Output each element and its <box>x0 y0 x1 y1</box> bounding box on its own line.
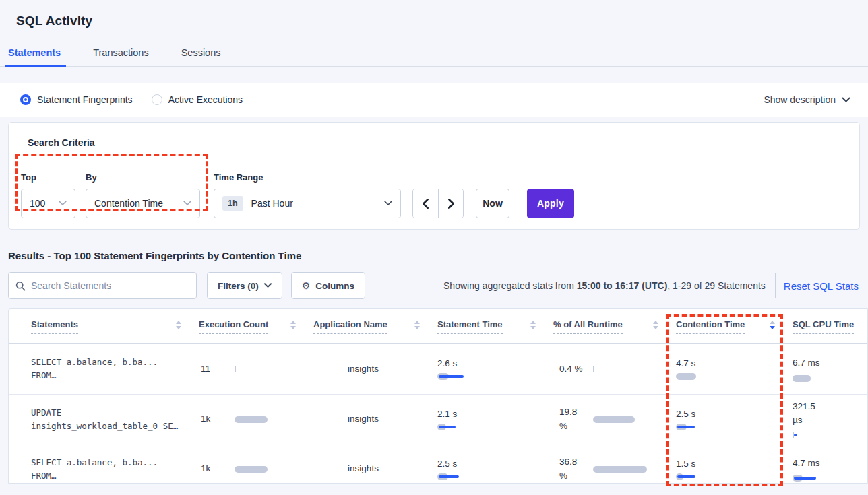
chevron-down-icon <box>842 97 850 103</box>
time-range-value: Past Hour <box>251 198 384 209</box>
column-header-application-name[interactable]: Application Name <box>305 309 429 343</box>
radio-statement-fingerprints[interactable]: Statement Fingerprints <box>20 94 133 105</box>
statement-time-cell: 2.6 s <box>429 344 545 394</box>
statement-time-cell: 2.1 s <box>429 395 545 444</box>
time-range-field: Time Range 1h Past Hour <box>214 172 401 218</box>
tab-transactions[interactable]: Transactions <box>92 43 150 66</box>
contention-time-cell: 1.5 s <box>668 444 784 484</box>
apply-button[interactable]: Apply <box>527 189 574 218</box>
columns-button[interactable]: ⚙ Columns <box>291 272 365 299</box>
reset-sql-stats-link[interactable]: Reset SQL Stats <box>784 280 860 292</box>
percent-runtime-bar <box>593 466 654 473</box>
radio-label: Statement Fingerprints <box>37 94 133 105</box>
chevron-down-icon <box>183 201 191 206</box>
filters-label: Filters (0) <box>218 281 259 291</box>
time-range-label: Time Range <box>214 172 401 183</box>
sql-cpu-time-cell: 6.7 ms <box>784 344 868 394</box>
top-select-value: 100 <box>30 198 59 209</box>
now-button[interactable]: Now <box>476 189 509 218</box>
time-next-button[interactable] <box>438 189 463 218</box>
chevron-down-icon <box>264 283 272 288</box>
tab-sessions[interactable]: Sessions <box>180 43 222 66</box>
show-description-label: Show description <box>764 94 836 105</box>
sql-cpu-time-bar <box>793 475 853 482</box>
radio-label: Active Executions <box>168 94 243 105</box>
statement-time-cell: 2.5 s <box>429 444 545 484</box>
percent-runtime-cell: 19.8 % <box>545 395 668 444</box>
results-title: Results - Top 100 Statement Fingerprints… <box>8 250 860 261</box>
results-toolbar: Filters (0) ⚙ Columns Showing aggregated… <box>8 272 860 299</box>
percent-runtime-bar <box>593 416 654 423</box>
application-name-cell: insights <box>305 444 429 484</box>
time-range-select[interactable]: 1h Past Hour <box>214 189 401 218</box>
sort-icon-active-desc[interactable] <box>770 321 775 332</box>
top-field: Top 100 <box>21 172 75 218</box>
radio-active-executions[interactable]: Active Executions <box>152 94 243 105</box>
statement-link[interactable]: UPDATE insights_workload_table_0 SE… <box>9 395 191 444</box>
contention-time-cell: 4.7 s <box>668 344 784 394</box>
column-header-percent-runtime[interactable]: % of All Runtime <box>545 309 668 343</box>
sql-cpu-time-bar <box>793 432 853 438</box>
statement-time-bar <box>437 473 498 480</box>
statements-table: Statements Execution Count Application N… <box>8 308 868 484</box>
chevron-down-icon <box>59 201 67 206</box>
columns-label: Columns <box>315 281 354 291</box>
by-select-value: Contention Time <box>94 198 183 209</box>
top-select[interactable]: 100 <box>21 189 75 218</box>
tab-statements[interactable]: Statements <box>7 43 62 66</box>
view-toggle-bar: Statement Fingerprints Active Executions… <box>0 83 868 117</box>
sort-icon[interactable] <box>290 321 296 332</box>
search-icon <box>16 281 26 291</box>
statement-link[interactable]: SELECT a.balance, b.ba... FROM… <box>9 344 191 394</box>
gear-icon: ⚙ <box>302 280 311 291</box>
search-criteria-card: Search Criteria Top 100 By Contention Ti… <box>8 122 860 230</box>
page-title: SQL Activity <box>0 0 868 28</box>
statement-time-bar <box>437 373 498 380</box>
column-header-execution-count[interactable]: Execution Count <box>191 309 305 343</box>
execution-count-bar <box>235 466 295 473</box>
execution-count-bar <box>235 416 295 423</box>
execution-count-cell: 1k <box>191 395 305 444</box>
contention-time-cell: 2.5 s <box>668 395 784 444</box>
chevron-right-icon <box>447 199 455 209</box>
radio-selected-icon <box>20 94 31 105</box>
table-row: SELECT a.balance, b.ba... FROM… 11 insig… <box>9 344 868 394</box>
toolbar-divider <box>775 273 776 298</box>
execution-count-bar <box>235 366 295 372</box>
percent-runtime-cell: 0.4 % <box>545 344 668 394</box>
sort-icon[interactable] <box>530 321 536 332</box>
contention-time-bar <box>676 424 737 430</box>
showing-stats-text: Showing aggregated stats from 15:00 to 1… <box>443 280 766 291</box>
sort-icon[interactable] <box>414 321 420 332</box>
table-row: SELECT a.balance, b.ba... FROM… 1k insig… <box>9 444 868 484</box>
column-header-sql-cpu-time[interactable]: SQL CPU Time <box>784 309 868 343</box>
table-header-row: Statements Execution Count Application N… <box>9 309 868 344</box>
table-row: UPDATE insights_workload_table_0 SE… 1k … <box>9 394 868 444</box>
statement-link[interactable]: SELECT a.balance, b.ba... FROM… <box>9 444 191 484</box>
tab-bar: Statements Transactions Sessions <box>0 43 868 67</box>
chevron-down-icon <box>384 201 392 206</box>
top-label: Top <box>21 172 75 183</box>
percent-runtime-cell: 36.8 % <box>545 444 668 484</box>
by-field: By Contention Time <box>86 172 200 218</box>
column-header-contention-time[interactable]: Contention Time <box>668 309 784 343</box>
column-header-statement-time[interactable]: Statement Time <box>429 309 545 343</box>
sql-cpu-time-cell: 4.7 ms <box>784 444 868 484</box>
sort-icon[interactable] <box>653 321 658 332</box>
by-select[interactable]: Contention Time <box>86 189 200 218</box>
time-prev-button[interactable] <box>413 189 438 218</box>
sort-icon[interactable] <box>176 321 181 332</box>
statement-time-bar <box>437 424 498 430</box>
column-header-statements[interactable]: Statements <box>9 309 191 343</box>
search-statements-box <box>8 272 197 299</box>
search-statements-input[interactable] <box>31 280 189 291</box>
filters-button[interactable]: Filters (0) <box>207 272 282 299</box>
application-name-cell: insights <box>305 344 429 394</box>
execution-count-cell: 1k <box>191 444 305 484</box>
sql-cpu-time-cell: 321.5 µs <box>784 395 868 444</box>
show-description-toggle[interactable]: Show description <box>764 94 850 105</box>
contention-time-bar <box>676 373 737 380</box>
application-name-cell: insights <box>305 395 429 444</box>
search-criteria-title: Search Criteria <box>21 137 843 148</box>
time-step-group <box>412 189 464 218</box>
